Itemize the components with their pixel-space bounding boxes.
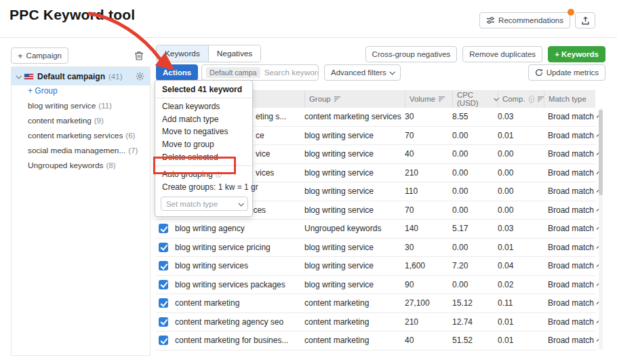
search-input[interactable]: Default campa Search keywords [201, 64, 319, 81]
row-checkbox[interactable] [159, 280, 168, 289]
match-type-dropdown[interactable]: Broad match [544, 298, 595, 308]
cross-group-negatives-button[interactable]: Cross-group negatives [365, 46, 458, 62]
group-cell: blog writing service [304, 131, 405, 140]
update-metrics-button[interactable]: Update metrics [528, 64, 605, 81]
cpc-cell: 0.00 [452, 243, 498, 252]
page-title: PPC Keyword tool [9, 7, 135, 23]
menu-divider [155, 165, 252, 166]
gear-icon[interactable] [136, 72, 144, 81]
header-match-type: Match type [544, 90, 595, 108]
group-cell: blog writing service [304, 261, 405, 270]
keyword-cell: content marketing agency seo [175, 317, 304, 327]
comp-cell: 0.03 [498, 112, 544, 121]
match-type-dropdown[interactable]: Broad match [544, 205, 595, 215]
tab-keywords[interactable]: Keywords [157, 45, 208, 62]
campaign-row-default[interactable]: Default campaign (41) [12, 67, 150, 85]
volume-cell: 1,600 [405, 261, 452, 270]
group-cell: blog writing service [304, 149, 405, 159]
group-cell: content marketing services [304, 112, 405, 121]
keyword-cell: blog writing service pricing [175, 243, 304, 252]
header-cpc[interactable]: CPC (USD) [452, 90, 498, 108]
header-comp[interactable]: Comp. i [498, 90, 544, 108]
add-campaign-button[interactable]: + Campaign [11, 47, 68, 64]
table-row: blog writing services packages blog writ… [156, 276, 595, 295]
refresh-icon [535, 68, 543, 77]
match-type-dropdown[interactable]: Broad match [544, 224, 595, 233]
match-type-dropdown[interactable]: Broad match [544, 112, 595, 121]
sort-icon[interactable] [538, 96, 544, 101]
actions-button[interactable]: Actions [156, 64, 198, 81]
row-checkbox[interactable] [159, 243, 168, 252]
header-volume[interactable]: Volume [405, 90, 452, 108]
volume-cell: 40 [405, 336, 452, 345]
match-type-dropdown[interactable]: Broad match [544, 168, 595, 178]
sort-icon[interactable] [439, 96, 445, 101]
cpc-cell: 0.00 [452, 149, 498, 159]
table-row: blog writing services blog writing servi… [156, 257, 595, 276]
remove-duplicates-button[interactable]: Remove duplicates [462, 46, 542, 62]
sidebar-group-item[interactable]: social media managemen... (7) [28, 143, 146, 158]
header-group[interactable]: Group [304, 90, 405, 108]
chevron-down-icon [238, 201, 243, 206]
actions-menu-item[interactable]: Move to group [155, 138, 252, 151]
add-group-link[interactable]: + Group [28, 83, 58, 98]
row-checkbox[interactable] [159, 298, 168, 308]
campaign-count: (41) [108, 73, 122, 81]
row-checkbox[interactable] [159, 224, 168, 233]
match-type-dropdown[interactable]: Broad match [544, 261, 595, 270]
volume-cell: 30 [405, 243, 452, 252]
set-match-type-select[interactable]: Set match type [161, 197, 248, 211]
sidebar-group-item[interactable]: Ungrouped keywords (8) [28, 158, 146, 173]
tab-negatives[interactable]: Negatives [208, 45, 260, 62]
match-type-dropdown[interactable]: Broad match [544, 131, 595, 140]
volume-cell: 90 [405, 280, 452, 289]
sidebar-group-item[interactable]: blog writing service (11) [28, 98, 146, 113]
info-icon: i [216, 171, 222, 178]
match-type-dropdown[interactable]: Broad match [544, 336, 595, 345]
sort-icon[interactable] [334, 96, 340, 101]
row-checkbox[interactable] [159, 317, 168, 327]
comp-cell: 0.01 [498, 317, 544, 327]
actions-menu-item[interactable]: Add match type [155, 113, 252, 126]
add-keywords-button[interactable]: + Keywords [548, 46, 605, 62]
group-cell: content marketing [304, 298, 405, 308]
match-type-dropdown[interactable]: Broad match [544, 280, 595, 289]
sidebar-group-item[interactable]: content marketing services (6) [28, 128, 146, 143]
table-row: content marketing for busines... content… [156, 331, 595, 350]
match-type-dropdown[interactable]: Broad match [544, 149, 595, 159]
group-cell: blog writing service [304, 280, 405, 289]
comp-cell: 0.04 [498, 261, 544, 270]
actions-menu-item[interactable]: Move to negatives [155, 125, 252, 138]
cpc-cell: 8.55 [452, 112, 498, 121]
volume-cell: 210 [405, 168, 452, 178]
plus-icon: + [18, 51, 23, 61]
row-checkbox[interactable] [159, 261, 168, 270]
advanced-filters-button[interactable]: Advanced filters [324, 64, 401, 81]
group-cell: blog writing service [304, 205, 405, 215]
export-button[interactable] [575, 12, 595, 28]
menu-item-auto-grouping[interactable]: Auto grouping i [155, 168, 252, 181]
keyword-cell: blog writing agency [175, 224, 304, 233]
actions-menu-item[interactable]: Delete selected [155, 150, 252, 163]
match-type-dropdown[interactable]: Broad match [544, 186, 595, 196]
table-row: content marketing content marketing 27,1… [156, 294, 595, 313]
group-cell: blog writing service [304, 243, 405, 252]
volume-cell: 210 [405, 317, 452, 327]
campaign-name: Default campaign [37, 72, 105, 81]
match-type-dropdown[interactable]: Broad match [544, 317, 595, 327]
keyword-cell: content marketing for busines... [175, 336, 304, 345]
chevron-down-icon[interactable] [16, 73, 21, 79]
menu-item-create-groups[interactable]: Create groups: 1 kw = 1 gr [155, 181, 252, 194]
recommendations-button[interactable]: Recommendations [479, 12, 570, 28]
table-row: blog writing service pricing blog writin… [156, 239, 595, 258]
scrollbar-thumb[interactable] [599, 110, 603, 195]
actions-menu-item[interactable]: Clean keywords [155, 100, 252, 113]
trash-icon[interactable] [132, 49, 146, 62]
row-checkbox[interactable] [159, 336, 168, 345]
cpc-cell: 0.00 [452, 280, 498, 289]
us-flag-icon [24, 73, 34, 80]
volume-cell: 40 [405, 149, 452, 159]
sidebar-group-item[interactable]: content marketing (9) [28, 113, 146, 128]
cpc-cell: 0.00 [452, 186, 498, 196]
match-type-dropdown[interactable]: Broad match [544, 243, 595, 252]
